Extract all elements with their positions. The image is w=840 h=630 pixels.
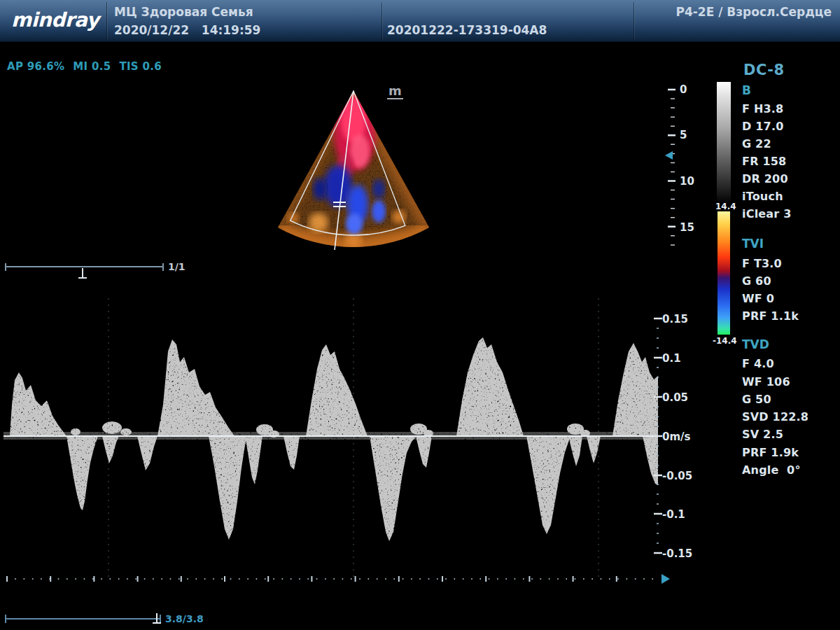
b-param-itouch: iTouch (742, 190, 783, 203)
b-param-dynamic-range: DR 200 (742, 172, 788, 186)
tvd-param-svd: SVD 122.8 (742, 410, 808, 424)
tvi-param-frequency: F T3.0 (742, 257, 782, 270)
vel-label-0: 0m/s (662, 430, 690, 443)
exam-id: 20201222-173319-04A8 (387, 23, 547, 37)
acoustic-output-status: AP 96.6%MI 0.5TIS 0.6 (7, 60, 170, 73)
depth-label-5: 5 (680, 129, 687, 141)
sweep-arrow-icon (662, 574, 670, 584)
mindray-logo: mindray (11, 8, 99, 31)
tvi-param-wall-filter: WF 0 (742, 292, 774, 305)
b-param-gain: G 22 (742, 137, 771, 150)
b-param-depth: D 17.0 (742, 120, 784, 133)
ap-value: AP 96.6% (7, 60, 64, 73)
depth-label-10: 10 (680, 175, 694, 188)
spectral-doppler-trace (0, 294, 665, 582)
image-cine-position: 1/1 (168, 261, 186, 272)
ultrasound-screen: mindray МЦ Здоровая Семья 2020/12/22 14:… (0, 0, 840, 630)
machine-model-label: DC-8 (743, 62, 785, 78)
b-param-framerate: FR 158 (742, 155, 786, 168)
trace-cine-position: 3.8/3.8 (165, 613, 204, 624)
exam-datetime: 2020/12/22 14:19:59 (114, 23, 260, 37)
b-param-frequency: F H3.8 (742, 102, 783, 115)
tvi-mode-header: TVI (742, 237, 764, 251)
tvi-param-prf: PRF 1.1k (742, 309, 799, 323)
tis-value: TIS 0.6 (119, 60, 162, 73)
tvi-scale-min: -14.4 (713, 336, 737, 346)
tvi-scale-max: 14.4 (715, 202, 736, 211)
tvd-param-frequency: F 4.0 (742, 357, 774, 370)
tvi-param-gain: G 60 (742, 274, 771, 288)
vel-label-n015: -0.15 (662, 547, 692, 560)
grayscale-map-bar (717, 82, 731, 204)
depth-label-15: 15 (680, 221, 694, 234)
tvd-param-wall-filter: WF 106 (742, 375, 790, 388)
vel-label-005: 0.05 (662, 391, 688, 404)
probe-preset: P4-2E / Взросл.Сердце (676, 5, 832, 19)
focus-position-marker (665, 151, 673, 160)
tvd-param-angle: Angle 0° (742, 463, 801, 477)
tvd-param-sv: SV 2.5 (742, 428, 783, 441)
measurement-marker-m: m (387, 85, 403, 99)
b-mode-header: B (742, 83, 751, 97)
time-tick-ruler (4, 571, 676, 588)
header-divider (382, 2, 382, 39)
tvd-waveform (4, 337, 658, 541)
b-param-iclear: iClear 3 (742, 207, 792, 220)
tvd-param-gain: G 50 (742, 393, 771, 406)
ultrasound-sector-image (248, 83, 465, 256)
header-divider (106, 2, 107, 39)
vel-label-n005: -0.05 (662, 470, 692, 482)
mi-value: MI 0.5 (73, 60, 111, 73)
header-bar: mindray МЦ Здоровая Семья 2020/12/22 14:… (0, 0, 840, 42)
tvd-param-prf: PRF 1.9k (742, 446, 799, 459)
tvd-mode-header: TVD (742, 337, 769, 351)
tvi-color-map-bar (718, 211, 730, 335)
header-divider (634, 2, 634, 39)
vel-label-015: 0.15 (662, 313, 688, 326)
clinic-name: МЦ Здоровая Семья (114, 5, 253, 19)
vel-label-01: 0.1 (662, 352, 681, 365)
depth-label-0: 0 (680, 83, 687, 96)
vel-label-n01: -0.1 (662, 508, 685, 521)
